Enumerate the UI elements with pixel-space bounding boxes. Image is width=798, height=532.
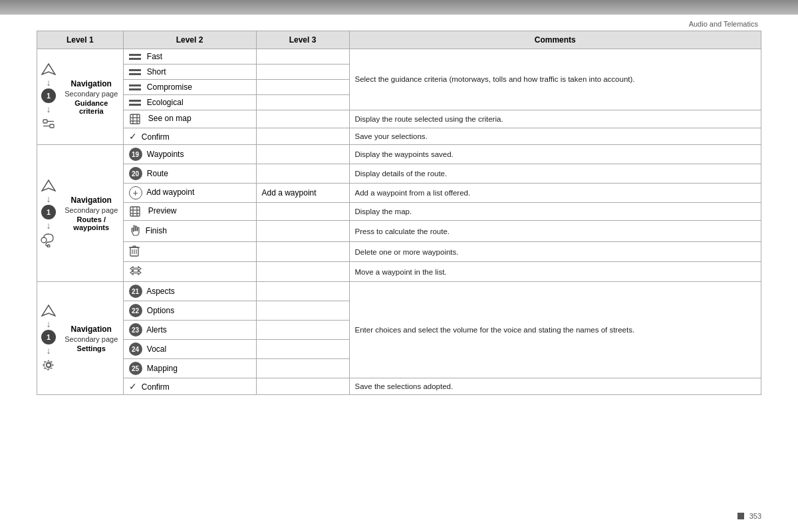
table-row: Finish Press to calculate the route. (37, 221, 761, 242)
level2-finish: Finish (123, 221, 256, 242)
comments-preview: Display the map. (349, 203, 761, 221)
table-row: ↓ 1 ↓ (37, 49, 761, 65)
svg-rect-13 (130, 207, 140, 216)
svg-marker-26 (42, 305, 55, 316)
header-title: Audio and Telematics (689, 20, 758, 28)
sec-page-label3: Secondary page (63, 335, 120, 343)
lines-icon3 (129, 84, 141, 91)
badge-23: 23 (129, 323, 142, 336)
table-row: + Add waypoint Add a waypoint Add a wayp… (37, 184, 761, 203)
map-icon2 (129, 205, 144, 217)
level3-finish (256, 221, 349, 242)
level1-text-col: Navigation Secondary page Guidance crite… (60, 49, 123, 145)
svg-marker-0 (42, 64, 55, 74)
level3-vocal (256, 340, 349, 359)
comments-settings-group: Enter choices and select the volume for … (349, 282, 761, 378)
comments-trash: Delete one or more waypoints. (349, 242, 761, 262)
level3-options (256, 301, 349, 321)
level1-icons-col2: ↓ 1 ↓ (37, 145, 61, 282)
comments-confirm-1: Save your selections. (349, 128, 761, 145)
level1-icons-col3: ↓ 1 ↓ (37, 282, 61, 395)
lines-icon (129, 54, 141, 61)
table-row: ✓ Confirm Save the selections adopted. (37, 378, 761, 395)
header-level2: Level 2 (123, 31, 256, 49)
table-row: Move a waypoint in the list. (37, 262, 761, 282)
circle-badge-1: 1 (41, 88, 56, 103)
table-row: Delete one or more waypoints. (37, 242, 761, 262)
arrow-down-icon2: ↓ (47, 104, 51, 114)
level2-compromise: Compromise (123, 80, 256, 95)
arrow-down-icon3: ↓ (47, 194, 51, 203)
page-footer: 353 (737, 512, 761, 520)
level2-vocal: 24 Vocal (123, 340, 256, 359)
level1-icons-col: ↓ 1 ↓ (37, 49, 61, 145)
nav-label: Navigation (63, 79, 120, 88)
level3-short (256, 65, 349, 80)
level1-text-col2: Navigation Secondary page Routes / waypo… (60, 145, 123, 282)
table-row: 20 Route Display details of the route. (37, 164, 761, 184)
navigation-icon2 (40, 178, 57, 193)
comments-move: Move a waypoint in the list. (349, 262, 761, 282)
top-bar (0, 0, 798, 15)
comments-waypoints: Display the waypoints saved. (349, 145, 761, 164)
level3-alerts (256, 321, 349, 340)
sec-page-label: Secondary page (63, 90, 120, 98)
lines-icon4 (129, 100, 141, 106)
arrow-down-icon6: ↓ (47, 346, 51, 355)
main-content: Level 1 Level 2 Level 3 Comments ↓ (0, 31, 798, 395)
level3-see-on-map (256, 110, 349, 128)
level2-add-waypoint: + Add waypoint (123, 184, 256, 203)
svg-marker-10 (42, 180, 55, 191)
badge-24: 24 (129, 342, 142, 356)
comments-guidance-criteria: Select the guidance criteria (motorways,… (349, 49, 761, 110)
settings-icon (40, 356, 57, 374)
level2-route: 20 Route (123, 164, 256, 184)
footer-square (737, 513, 744, 519)
table-row: ✓ Confirm Save your selections. (37, 128, 761, 145)
svg-rect-3 (50, 124, 54, 128)
circle-badge-3: 1 (41, 330, 56, 344)
circle-badge-2: 1 (41, 205, 56, 219)
level3-move (256, 262, 349, 282)
level2-fast: Fast (123, 49, 256, 65)
badge-22: 22 (129, 304, 142, 317)
nav-label3: Navigation (63, 325, 120, 334)
level2-confirm-1: ✓ Confirm (123, 128, 256, 145)
navigation-icon (40, 62, 57, 76)
level3-add-waypoint: Add a waypoint (256, 184, 349, 203)
svg-point-28 (47, 363, 51, 367)
comments-confirm-2: Save the selections adopted. (349, 378, 761, 395)
level3-mapping (256, 359, 349, 378)
badge-20: 20 (129, 167, 142, 180)
page-background: Audio and Telematics Level 1 Level 2 Lev… (0, 0, 798, 532)
badge-25: 25 (129, 362, 142, 375)
hand-icon (129, 223, 141, 239)
header-level1: Level 1 (37, 31, 124, 49)
plus-icon: + (129, 186, 142, 200)
level2-move (123, 262, 256, 282)
move-icon (129, 265, 142, 279)
table-row: See on map Display the route selected us… (37, 110, 761, 128)
level3-waypoints (256, 145, 349, 164)
table-row: ↓ 1 ↓ (37, 145, 761, 164)
header-level3: Level 3 (256, 31, 349, 49)
level3-fast (256, 49, 349, 65)
level3-ecological (256, 95, 349, 110)
check-icon: ✓ (129, 131, 137, 142)
level3-route (256, 164, 349, 184)
level3-confirm-2 (256, 378, 349, 395)
level2-see-on-map: See on map (123, 110, 256, 128)
routes-icon (40, 231, 57, 249)
level1-text-col3: Navigation Secondary page Settings (60, 282, 123, 395)
page-number: 353 (749, 512, 761, 520)
comments-finish: Press to calculate the route. (349, 221, 761, 242)
navigation-icon3 (40, 303, 57, 318)
svg-rect-5 (130, 114, 140, 124)
trash-icon (129, 245, 140, 259)
level2-confirm-2: ✓ Confirm (123, 378, 256, 395)
level2-aspects: 21 Aspects (123, 282, 256, 301)
main-table: Level 1 Level 2 Level 3 Comments ↓ (37, 31, 761, 395)
level2-preview: Preview (123, 203, 256, 221)
table-row: ↓ 1 ↓ (37, 282, 761, 301)
level3-confirm-1 (256, 128, 349, 145)
